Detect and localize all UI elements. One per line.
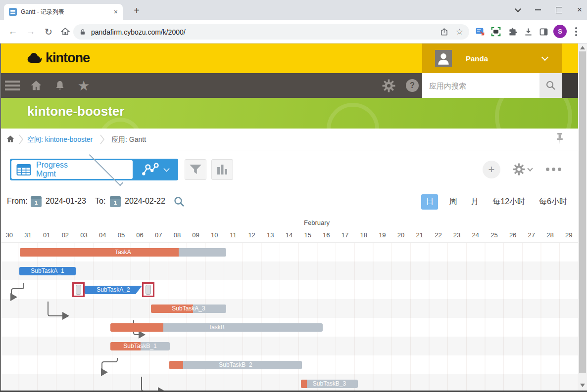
pin-icon[interactable] xyxy=(553,131,566,149)
notifications-bell-icon[interactable] xyxy=(52,73,67,98)
scrollbar-thumb[interactable] xyxy=(579,51,586,373)
chevron-down-icon xyxy=(89,152,123,186)
drag-grip-icon[interactable] xyxy=(76,285,81,295)
gantt-chart: February 3031010203040506070809101112131… xyxy=(0,216,578,392)
timescale-option[interactable]: 每12小时 xyxy=(489,194,528,210)
gantt-bar-SubTaskA_1[interactable]: SubTaskA_1 xyxy=(19,267,76,275)
new-tab-button[interactable]: + xyxy=(130,4,144,18)
hamburger-menu-icon[interactable] xyxy=(5,81,20,90)
share-icon[interactable] xyxy=(440,27,449,37)
apply-search-icon[interactable] xyxy=(173,196,185,210)
view-name: Progress Mgmt xyxy=(36,161,79,178)
window-maximize-button[interactable] xyxy=(556,7,562,13)
timescale-option[interactable]: 每6小时 xyxy=(536,194,570,210)
extensions-puzzle-icon[interactable] xyxy=(506,26,518,38)
reload-icon[interactable]: ↻ xyxy=(41,20,56,44)
timescale-option[interactable]: 周 xyxy=(446,194,460,210)
app-search-input[interactable] xyxy=(422,73,539,98)
drag-grip-icon[interactable] xyxy=(146,285,151,295)
day-header-cell: 06 xyxy=(131,231,149,239)
to-date-value[interactable]: 2024-02-22 xyxy=(125,197,165,206)
day-header-cell: 02 xyxy=(56,231,75,239)
day-header-cell: 03 xyxy=(75,231,94,239)
window-close-button[interactable]: × xyxy=(577,5,582,15)
back-icon[interactable]: ← xyxy=(5,20,21,44)
person-icon xyxy=(435,50,452,67)
gantt-bar-SubTaskB_3[interactable]: SubTaskB_3 xyxy=(301,380,358,388)
breadcrumb: 空间: kintone-booster 应用: Gantt xyxy=(0,129,578,150)
breadcrumb-space-link[interactable]: 空间: kintone-booster xyxy=(27,135,93,144)
browser-home-icon[interactable] xyxy=(57,20,73,44)
gantt-bar-SubTaskA_3[interactable]: SubTaskA_3 xyxy=(151,305,226,313)
timescale-option[interactable]: 日 xyxy=(421,194,438,210)
decorative-ring xyxy=(99,118,142,129)
forward-icon: → xyxy=(23,20,39,44)
to-label: To: xyxy=(95,197,105,206)
search-button[interactable] xyxy=(539,73,562,98)
add-record-button[interactable]: + xyxy=(483,161,500,178)
capture-extension-icon[interactable] xyxy=(474,26,486,38)
help-icon[interactable]: ? xyxy=(405,73,420,98)
bar-label: TaskB xyxy=(110,323,323,332)
lock-icon xyxy=(79,28,86,36)
graph-view-toggle[interactable] xyxy=(133,160,177,179)
filter-button[interactable] xyxy=(185,159,206,180)
calendar-icon[interactable]: 1 xyxy=(31,196,42,207)
bookmark-star-icon[interactable]: ☆ xyxy=(456,27,463,37)
url-text[interactable]: pandafirm.cybozu.com/k/2000/ xyxy=(91,28,440,36)
address-bar[interactable]: pandafirm.cybozu.com/k/2000/ ☆ xyxy=(73,24,469,40)
kintone-logo[interactable]: kintone xyxy=(26,50,90,66)
gantt-bar-TaskB[interactable]: TaskB xyxy=(110,323,323,332)
gantt-bar-SubTaskB_1[interactable]: SubTaskB_1 xyxy=(110,342,170,350)
day-header-cell: 25 xyxy=(485,231,504,239)
browser-profile-avatar[interactable]: S xyxy=(553,25,567,38)
download-icon[interactable] xyxy=(522,26,534,38)
toolbar-spacer xyxy=(562,73,578,98)
timescale-option[interactable]: 月 xyxy=(468,194,482,210)
app-settings-button[interactable] xyxy=(513,163,532,175)
resize-handle-highlight[interactable] xyxy=(72,282,85,297)
page-scrollbar[interactable] xyxy=(578,44,587,392)
calendar-icon[interactable]: 1 xyxy=(110,196,121,207)
view-select[interactable]: Progress Mgmt xyxy=(11,160,133,179)
user-avatar xyxy=(435,50,452,67)
resize-handle-highlight[interactable] xyxy=(142,282,154,297)
day-header-cell: 11 xyxy=(224,231,243,239)
gantt-bar-SubTaskB_2[interactable]: SubTaskB_2 xyxy=(169,361,302,369)
breadcrumb-app-label: 应用: Gantt xyxy=(111,135,146,144)
day-header-cell: 27 xyxy=(522,231,541,239)
day-header-cell: 22 xyxy=(429,231,448,239)
portal-home-icon[interactable] xyxy=(29,73,44,98)
chevron-down-icon xyxy=(527,166,533,171)
breadcrumb-home-icon[interactable] xyxy=(6,134,15,145)
chevron-down-icon xyxy=(541,54,548,61)
more-options-button[interactable] xyxy=(546,168,561,171)
node-graph-icon xyxy=(141,162,159,177)
browser-menu-icon[interactable] xyxy=(572,26,580,38)
browser-tab[interactable]: Gantt - 记录列表 × xyxy=(4,4,123,20)
side-panel-icon[interactable] xyxy=(538,26,549,38)
month-label: February xyxy=(267,219,366,226)
scroll-down-icon[interactable] xyxy=(580,384,585,387)
chart-button[interactable] xyxy=(211,159,233,180)
breadcrumb-separator-icon xyxy=(19,134,24,144)
gantt-bar-SubTaskA_2[interactable]: SubTaskA_2 xyxy=(85,286,142,294)
gantt-bar-TaskA[interactable]: TaskA xyxy=(20,248,226,257)
decorative-ring xyxy=(495,98,572,129)
tab-search-chevron-icon[interactable] xyxy=(515,6,521,12)
space-title[interactable]: kintone-booster xyxy=(27,104,124,119)
browser-tab-strip: Gantt - 记录列表 × + × xyxy=(0,0,587,20)
bar-label: SubTaskA_3 xyxy=(151,305,226,313)
user-menu[interactable]: Panda xyxy=(422,44,562,73)
window-minimize-button[interactable] xyxy=(535,9,541,10)
gantt-row xyxy=(0,374,578,392)
settings-gear-icon[interactable] xyxy=(381,73,396,98)
tab-close-icon[interactable]: × xyxy=(114,8,118,16)
from-date-value[interactable]: 2024-01-23 xyxy=(46,197,86,206)
favorites-star-icon[interactable]: ★ xyxy=(75,73,92,98)
bar-label: SubTaskA_1 xyxy=(19,267,76,275)
scroll-up-icon[interactable] xyxy=(580,46,585,49)
fullscreen-extension-icon[interactable] xyxy=(490,26,502,38)
gear-icon xyxy=(513,163,525,175)
browser-toolbar: ← → ↻ pandafirm.cybozu.com/k/2000/ ☆ S xyxy=(0,20,587,44)
